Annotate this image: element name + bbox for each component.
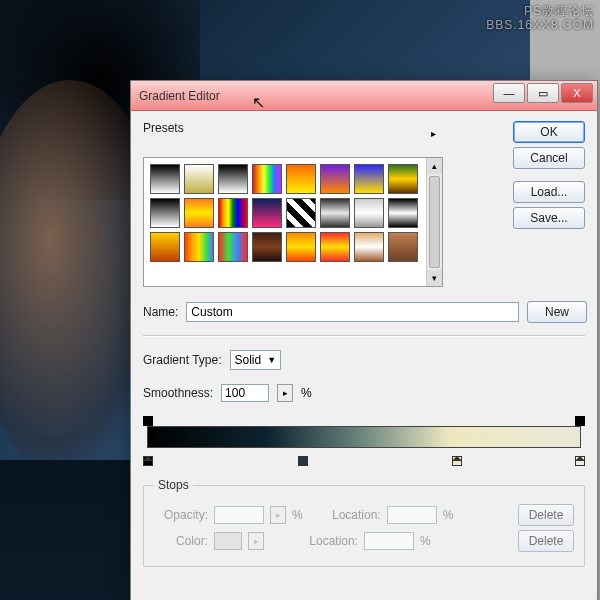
color-well[interactable] bbox=[214, 532, 242, 550]
preset-swatch[interactable] bbox=[184, 198, 214, 228]
gradient-bar[interactable] bbox=[147, 426, 581, 448]
presets-label: Presets bbox=[143, 121, 443, 135]
gradient-type-select[interactable]: Solid ▼ bbox=[230, 350, 282, 370]
stops-legend: Stops bbox=[154, 478, 193, 492]
dialog-action-buttons: OK Cancel Load... Save... bbox=[513, 121, 585, 229]
scroll-up-icon[interactable]: ▴ bbox=[427, 158, 442, 174]
presets-menu-icon[interactable]: ▸ bbox=[431, 128, 436, 139]
smoothness-flyout-icon[interactable]: ▸ bbox=[277, 384, 293, 402]
color-label: Color: bbox=[154, 534, 208, 548]
opacity-stop-end[interactable] bbox=[575, 416, 585, 426]
ok-button[interactable]: OK bbox=[513, 121, 585, 143]
preset-swatch[interactable] bbox=[150, 198, 180, 228]
color-stop-4[interactable] bbox=[575, 456, 585, 466]
load-button[interactable]: Load... bbox=[513, 181, 585, 203]
maximize-button[interactable]: ▭ bbox=[527, 83, 559, 103]
watermark-line2: BBS.16XX8.COM bbox=[486, 18, 594, 32]
opacity-location-input[interactable] bbox=[387, 506, 437, 524]
gradient-bar-area bbox=[143, 416, 585, 466]
preset-swatch[interactable] bbox=[320, 164, 350, 194]
preset-swatch[interactable] bbox=[184, 164, 214, 194]
opacity-stop-row: Opacity: ▸ % Location: % Delete bbox=[154, 504, 574, 526]
gradient-type-value: Solid bbox=[235, 353, 262, 367]
watermark: PS教程论坛 BBS.16XX8.COM bbox=[486, 4, 594, 33]
gradient-editor-dialog: Gradient Editor — ▭ X OK Cancel Load... … bbox=[130, 80, 598, 600]
preset-swatch[interactable] bbox=[354, 232, 384, 262]
preset-swatch[interactable] bbox=[252, 198, 282, 228]
divider bbox=[143, 335, 585, 336]
preset-swatch[interactable] bbox=[150, 164, 180, 194]
preset-swatch[interactable] bbox=[252, 164, 282, 194]
presets-box: ▴ ▾ bbox=[143, 157, 443, 287]
color-stop-1[interactable] bbox=[143, 456, 153, 466]
smoothness-unit: % bbox=[301, 386, 312, 400]
color-location-input[interactable] bbox=[364, 532, 414, 550]
preset-swatch[interactable] bbox=[286, 164, 316, 194]
opacity-delete-button[interactable]: Delete bbox=[518, 504, 574, 526]
color-stop-2[interactable] bbox=[298, 456, 308, 466]
preset-swatch[interactable] bbox=[388, 164, 418, 194]
preset-swatch[interactable] bbox=[218, 198, 248, 228]
minimize-button[interactable]: — bbox=[493, 83, 525, 103]
preset-swatch[interactable] bbox=[150, 232, 180, 262]
presets-group: Presets ▸ ▴ ▾ bbox=[143, 121, 443, 287]
opacity-unit: % bbox=[292, 508, 303, 522]
cancel-button[interactable]: Cancel bbox=[513, 147, 585, 169]
new-button[interactable]: New bbox=[527, 301, 587, 323]
preset-swatch[interactable] bbox=[218, 232, 248, 262]
opacity-flyout-icon[interactable]: ▸ bbox=[270, 506, 286, 524]
gradient-type-label: Gradient Type: bbox=[143, 353, 222, 367]
stops-fieldset: Stops Opacity: ▸ % Location: % Delete Co… bbox=[143, 478, 585, 567]
opacity-location-label: Location: bbox=[327, 508, 381, 522]
opacity-label: Opacity: bbox=[154, 508, 208, 522]
dialog-title: Gradient Editor bbox=[139, 89, 220, 103]
color-location-unit: % bbox=[420, 534, 431, 548]
chevron-down-icon: ▼ bbox=[267, 355, 276, 365]
preset-swatch[interactable] bbox=[388, 232, 418, 262]
color-stop-3[interactable] bbox=[452, 456, 462, 466]
scroll-thumb[interactable] bbox=[429, 176, 440, 268]
preset-swatch[interactable] bbox=[252, 232, 282, 262]
presets-scrollbar[interactable]: ▴ ▾ bbox=[426, 158, 442, 286]
name-input[interactable] bbox=[186, 302, 519, 322]
smoothness-label: Smoothness: bbox=[143, 386, 213, 400]
preset-swatch[interactable] bbox=[286, 232, 316, 262]
titlebar[interactable]: Gradient Editor — ▭ X bbox=[131, 81, 597, 111]
preset-swatch[interactable] bbox=[218, 164, 248, 194]
color-delete-button[interactable]: Delete bbox=[518, 530, 574, 552]
preset-swatch[interactable] bbox=[354, 198, 384, 228]
opacity-input[interactable] bbox=[214, 506, 264, 524]
close-button[interactable]: X bbox=[561, 83, 593, 103]
save-button[interactable]: Save... bbox=[513, 207, 585, 229]
smoothness-input[interactable] bbox=[221, 384, 269, 402]
preset-swatch[interactable] bbox=[320, 198, 350, 228]
preset-swatch[interactable] bbox=[354, 164, 384, 194]
mouse-cursor-icon: ↖ bbox=[252, 93, 265, 112]
color-stop-row: Color: ▸ Location: % Delete bbox=[154, 530, 574, 552]
color-location-label: Location: bbox=[304, 534, 358, 548]
preset-swatch[interactable] bbox=[286, 198, 316, 228]
preset-swatch[interactable] bbox=[320, 232, 350, 262]
opacity-stop-start[interactable] bbox=[143, 416, 153, 426]
preset-swatch[interactable] bbox=[184, 232, 214, 262]
scroll-down-icon[interactable]: ▾ bbox=[427, 270, 442, 286]
opacity-location-unit: % bbox=[443, 508, 454, 522]
name-label: Name: bbox=[143, 305, 178, 319]
watermark-line1: PS教程论坛 bbox=[486, 4, 594, 18]
color-flyout-icon[interactable]: ▸ bbox=[248, 532, 264, 550]
preset-swatch[interactable] bbox=[388, 198, 418, 228]
